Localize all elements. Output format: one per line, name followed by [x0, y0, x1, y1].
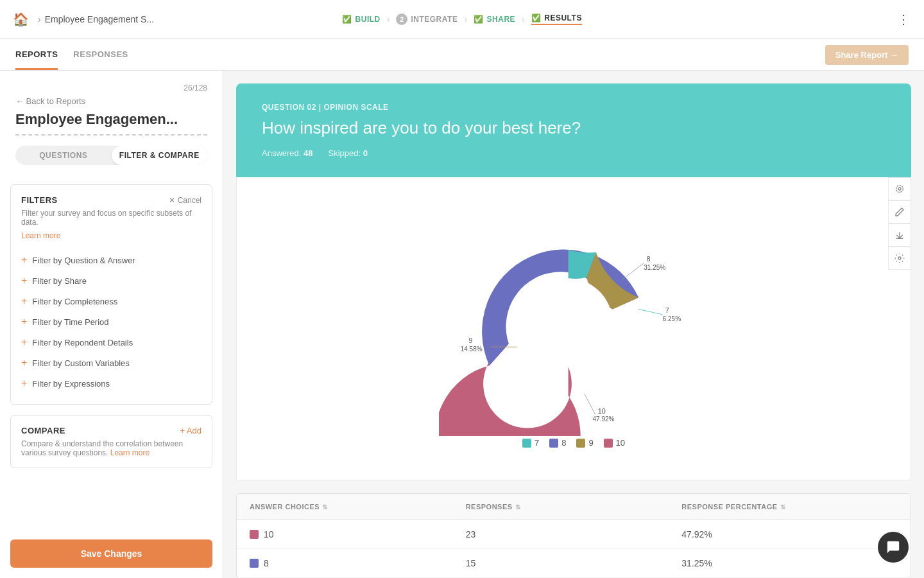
plus-icon-share: + [21, 275, 27, 286]
svg-line-5 [622, 263, 644, 279]
filters-learn-more-link[interactable]: Learn more [21, 231, 60, 240]
survey-counter: 26/128 [15, 83, 207, 92]
step-share[interactable]: ✅ SHARE [474, 15, 515, 24]
edit-icon[interactable] [888, 177, 911, 200]
td-percentage-8: 31.25% [681, 558, 898, 568]
answered-label: Answered: 48 [262, 148, 313, 158]
skipped-label: Skipped: 0 [329, 148, 368, 158]
th-responses: RESPONSES ⇅ [466, 503, 682, 511]
filters-description: Filter your survey and focus on specific… [21, 209, 201, 227]
svg-text:6.25%: 6.25% [663, 315, 681, 322]
answer-color-8 [250, 559, 259, 568]
question-meta: QUESTION 02 | OPINION SCALE [262, 103, 886, 112]
plus-icon-respondent: + [21, 337, 27, 348]
svg-point-3 [898, 257, 901, 259]
tab-filter-compare[interactable]: FILTER & COMPARE [112, 146, 208, 165]
chart-toolbar [888, 177, 911, 270]
share-check-icon: ✅ [474, 15, 484, 24]
plus-icon-completeness: + [21, 295, 27, 307]
legend-item-9: 9 [576, 438, 593, 448]
svg-text:8: 8 [646, 255, 650, 263]
step-sep-3: › [522, 14, 525, 24]
content-area: QUESTION 02 | OPINION SCALE How inspired… [223, 71, 924, 578]
tab-responses[interactable]: RESPONSES [73, 40, 128, 70]
svg-text:9: 9 [468, 337, 472, 344]
results-check-icon: ✅ [531, 13, 542, 22]
save-btn-container: Save Changes [0, 529, 223, 578]
pencil-icon[interactable] [888, 200, 911, 223]
tab-reports[interactable]: REPORTS [15, 40, 58, 70]
compare-header: COMPARE + Add [21, 426, 201, 435]
td-responses-10: 23 [466, 529, 682, 539]
plus-icon-time: + [21, 316, 27, 328]
chart-legend: 7 8 9 10 [522, 438, 625, 448]
filter-question-answer[interactable]: + Filter by Question & Answer [21, 250, 201, 270]
step-results[interactable]: ✅ RESULTS [531, 13, 582, 25]
filter-completeness[interactable]: + Filter by Completeness [21, 291, 201, 311]
breadcrumb-text: Employee Engagement S... [45, 14, 154, 24]
table-row: 10 23 47.92% [237, 520, 911, 549]
legend-color-8 [549, 439, 558, 448]
breadcrumb-sep: › [38, 14, 41, 24]
filter-share[interactable]: + Filter by Share [21, 270, 201, 291]
build-check-icon: ✅ [342, 15, 352, 24]
svg-text:7: 7 [665, 306, 669, 314]
plus-icon-expressions: + [21, 378, 27, 389]
filters-panel: FILTERS ✕ Cancel Filter your survey and … [10, 184, 212, 405]
home-icon[interactable]: 🏠 [13, 12, 29, 27]
compare-title: COMPARE [21, 426, 65, 435]
step-sep-2: › [464, 14, 467, 24]
sort-icon-responses[interactable]: ⇅ [515, 504, 521, 511]
step-integrate[interactable]: 2 INTEGRATE [396, 13, 458, 25]
sort-icon-percentage[interactable]: ⇅ [780, 504, 786, 511]
table-row: 8 15 31.25% [237, 549, 911, 578]
share-report-button[interactable]: Share Report → [825, 45, 909, 65]
compare-learn-more-link[interactable]: Learn more [110, 448, 150, 457]
filter-expressions[interactable]: + Filter by Expressions [21, 373, 201, 394]
legend-color-7 [522, 439, 531, 448]
th-response-percentage: RESPONSE PERCENTAGE ⇅ [681, 503, 898, 511]
donut-wrapper: 8 31.25% 7 6.25% 9 14.58% 10 47.92% [439, 209, 708, 428]
integrate-num-icon: 2 [396, 13, 407, 25]
donut-svg: 8 31.25% 7 6.25% 9 14.58% 10 47.92% [439, 209, 708, 436]
question-text: How inspired are you to do your best her… [262, 118, 886, 138]
chat-button[interactable] [878, 532, 909, 563]
filters-header: FILTERS ✕ Cancel [21, 195, 201, 205]
sidebar-header: 26/128 ← Back to Reports Employee Engage… [0, 71, 223, 184]
donut-chart-container: 8 31.25% 7 6.25% 9 14.58% 10 47.92% [262, 197, 885, 460]
tab-bar: REPORTS RESPONSES Share Report → [0, 39, 924, 71]
download-icon[interactable] [888, 223, 911, 247]
data-table: ANSWER CHOICES ⇅ RESPONSES ⇅ RESPONSE PE… [236, 493, 911, 578]
more-options-icon[interactable]: ⋮ [897, 12, 911, 27]
plus-icon-qa: + [21, 254, 27, 266]
legend-item-7: 7 [522, 438, 539, 448]
svg-text:47.92%: 47.92% [592, 416, 614, 423]
question-stats: Answered: 48 Skipped: 0 [262, 148, 886, 158]
legend-color-10 [604, 439, 613, 448]
filter-respondent-details[interactable]: + Filter by Repondent Details [21, 332, 201, 353]
legend-item-10: 10 [604, 438, 625, 448]
filter-items-list: + Filter by Question & Answer + Filter b… [21, 250, 201, 394]
settings-icon[interactable] [888, 247, 911, 270]
cancel-button[interactable]: ✕ Cancel [169, 196, 201, 205]
step-sep-1: › [387, 14, 390, 24]
td-responses-8: 15 [466, 558, 682, 568]
add-compare-button[interactable]: + Add [180, 426, 201, 435]
save-changes-button[interactable]: Save Changes [10, 539, 212, 568]
legend-item-8: 8 [549, 438, 566, 448]
question-header: QUESTION 02 | OPINION SCALE How inspired… [236, 83, 911, 177]
tab-questions[interactable]: QUESTIONS [15, 146, 112, 165]
back-to-reports-link[interactable]: ← Back to Reports [15, 96, 207, 106]
view-tabs: QUESTIONS FILTER & COMPARE [15, 146, 207, 165]
svg-line-8 [638, 309, 663, 314]
filter-time-period[interactable]: + Filter by Time Period [21, 311, 201, 332]
filters-title: FILTERS [21, 195, 58, 205]
answer-color-10 [250, 530, 259, 539]
step-build[interactable]: ✅ BUILD [342, 15, 381, 24]
td-answer-8: 8 [250, 558, 466, 568]
main-layout: 26/128 ← Back to Reports Employee Engage… [0, 71, 924, 578]
top-nav: 🏠 › Employee Engagement S... ✅ BUILD › 2… [0, 0, 924, 39]
sort-icon-answer[interactable]: ⇅ [322, 504, 328, 511]
filter-custom-variables[interactable]: + Filter by Custom Variables [21, 353, 201, 373]
svg-point-1 [896, 186, 903, 193]
